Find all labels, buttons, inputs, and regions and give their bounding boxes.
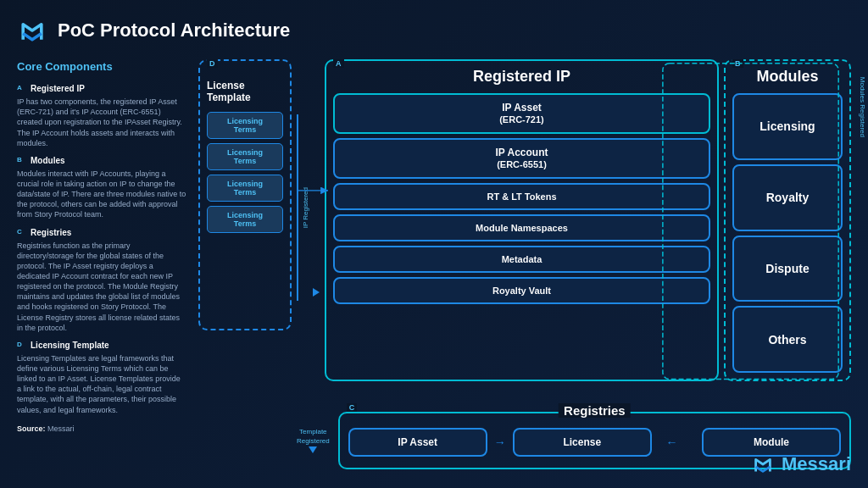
ip-asset-box: IP Asset(ERC-721) (333, 93, 710, 134)
ip-account-box: IP Account(ERC-6551) (333, 138, 710, 179)
sidebar-text-d: Licensing Templates are legal frameworks… (17, 353, 186, 415)
registry-license: License (513, 428, 652, 457)
registries-title: Registries (559, 403, 631, 418)
sidebar-label-b: Modules (31, 155, 65, 167)
section-a-label: A (333, 59, 344, 68)
sidebar-text-a: IP has two components, the registered IP… (17, 97, 186, 148)
sidebar-section-b: B Modules Modules interact with IP Accou… (17, 155, 186, 220)
module-others: Others (732, 306, 843, 373)
logo-icon (17, 15, 47, 46)
section-c-label: C (347, 403, 358, 412)
module-royalty: Royalty (732, 164, 843, 231)
sidebar-section-c: C Registries Registries function as the … (17, 227, 186, 333)
royalty-vault: Royalty Vault (333, 277, 710, 304)
sidebar-label-c: Registries (31, 227, 71, 239)
header: PoC Protocol Architecture (17, 15, 851, 46)
registered-ip-box: A Registered IP IP Asset(ERC-721) IP Acc… (325, 59, 719, 381)
licensing-term-4: LicensingTerms (207, 206, 283, 233)
licensing-term-3: LicensingTerms (207, 175, 283, 202)
sidebar: Core Components A Registered IP IP has t… (17, 59, 186, 469)
messari-text: Messari (782, 453, 851, 475)
badge-b: B (17, 155, 27, 164)
licensing-term-1: LicensingTerms (207, 112, 283, 139)
module-namespaces: Module Namespaces (333, 214, 710, 241)
modules-box: B Modules Licensing Royalty Dispute Othe… (724, 59, 851, 381)
section-d-label: D (207, 59, 218, 68)
source-label: Source: (17, 424, 46, 433)
main-container: PoC Protocol Architecture Core Component… (0, 0, 868, 488)
source-text: Source: Messari (17, 424, 186, 435)
sidebar-section-d: D Licensing Template Licensing Templates… (17, 340, 186, 415)
content: Core Components A Registered IP IP has t… (17, 59, 851, 469)
header-title: PoC Protocol Architecture (58, 19, 290, 42)
ip-registered-label: IP Registered (302, 187, 309, 228)
messari-brand: Messari (751, 452, 851, 476)
badge-c: C (17, 227, 27, 236)
registered-ip-title: Registered IP (333, 68, 710, 86)
modules-title: Modules (732, 68, 843, 86)
metadata: Metadata (333, 246, 710, 273)
diagram-wrapper: D LicenseTemplate LicensingTerms Licensi… (198, 59, 851, 469)
licensing-term-2: LicensingTerms (207, 143, 283, 170)
module-dispute: Dispute (732, 236, 843, 302)
modules-registered-label: Modules Registered (859, 77, 868, 363)
template-registered-label: Template (299, 428, 326, 435)
badge-d: D (17, 340, 27, 349)
sidebar-text-b: Modules interact with IP Accounts, playi… (17, 169, 186, 220)
source-name: Messari (47, 424, 75, 433)
section-b-label: B (732, 59, 743, 68)
sidebar-label-d: Licensing Template (31, 340, 109, 352)
license-template-box: D LicenseTemplate LicensingTerms Licensi… (198, 59, 292, 330)
module-licensing: Licensing (732, 93, 843, 160)
sidebar-label-a: Registered IP (31, 83, 85, 95)
sidebar-title: Core Components (17, 59, 186, 75)
license-template-title: LicenseTemplate (207, 80, 283, 104)
badge-a: A (17, 83, 27, 92)
registry-ip-asset: IP Asset (348, 428, 487, 457)
sidebar-section-a: A Registered IP IP has two components, t… (17, 83, 186, 148)
rt-lt-tokens: RT & LT Tokens (333, 183, 710, 210)
sidebar-text-c: Registries function as the primary direc… (17, 241, 186, 333)
messari-logo-icon (751, 452, 775, 476)
